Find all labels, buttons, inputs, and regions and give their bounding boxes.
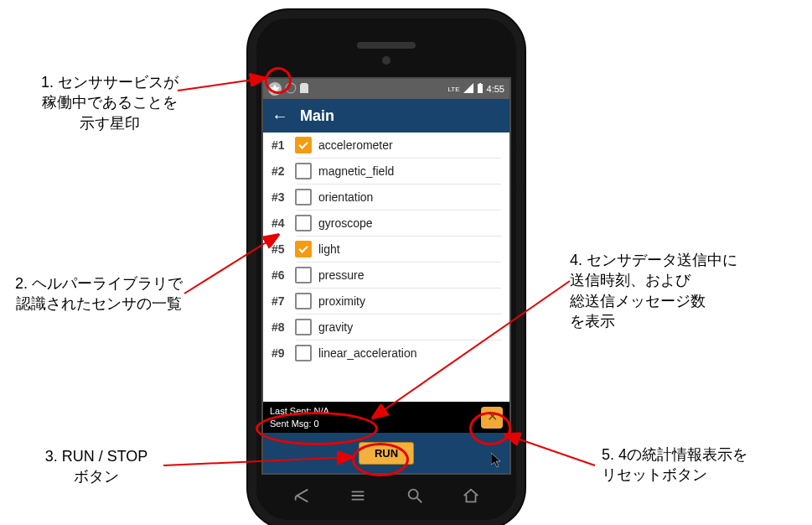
sensor-number: #4 [272,216,288,230]
sensor-label: magnetic_field [318,164,501,178]
sensor-number: #9 [272,346,288,360]
menu-hw-icon[interactable] [349,486,367,508]
sensor-row: #1accelerometer [263,133,509,158]
sensor-row: #9linear_acceleration [263,340,509,366]
sensor-row: #3orientation [263,185,509,210]
page-title: Main [300,107,334,125]
front-camera [382,56,390,65]
search-hw-icon[interactable] [406,486,424,508]
sensor-checkbox[interactable] [295,267,312,283]
svg-point-5 [408,490,417,499]
sensor-row: #5light [263,237,509,262]
sensor-label: gravity [318,320,501,334]
sensor-checkbox[interactable] [295,163,312,179]
sensor-row: #2magnetic_field [263,159,509,184]
sensor-number: #5 [272,242,288,256]
sensor-checkbox[interactable] [295,345,312,361]
sensor-checkbox[interactable] [295,137,312,153]
sensor-number: #1 [272,138,288,152]
svg-marker-2 [463,83,473,93]
sensor-number: #3 [272,190,288,204]
sensor-checkbox[interactable] [295,319,312,335]
annotation-1: 1. センササービスが 稼働中であることを 示す星印 [22,72,198,133]
sensor-label: light [318,242,501,256]
hardware-buttons [273,486,499,508]
ring-run [352,443,409,476]
annotation-3: 3. RUN / STOP ボタン [25,446,168,487]
clock-time: 4:55 [487,84,504,94]
network-label: LTE [448,86,460,93]
svg-rect-4 [479,83,481,84]
mouse-cursor-icon [491,453,503,471]
ring-reset [469,412,511,445]
back-hw-icon[interactable] [292,486,311,508]
sd-card-icon [300,83,308,95]
sensor-row: #4gyroscope [263,211,509,236]
annotation-4: 4. センサデータ送信中に 送信時刻、および 総送信メッセージ数 を表示 [570,250,737,331]
sensor-number: #7 [272,294,288,308]
sensor-label: gyroscope [318,216,501,230]
sensor-row: #8gravity [263,314,509,340]
sensor-number: #6 [272,268,288,282]
back-arrow-icon[interactable]: ← [272,107,288,126]
ring-stats [256,412,378,445]
sensor-number: #8 [272,320,288,334]
sensor-label: orientation [318,190,501,204]
sensor-label: linear_acceleration [318,346,501,360]
status-bar: LTE 4:55 [263,79,509,99]
svg-rect-3 [478,84,483,93]
sensor-row: #7proximity [263,288,509,314]
power-button [520,144,525,190]
title-bar: ← Main [263,99,509,133]
sensor-label: proximity [318,294,501,308]
sensor-checkbox[interactable] [295,189,312,205]
annotation-2: 2. ヘルパーライブラリで 認識されたセンサの一覧 [0,273,198,314]
annotation-5: 5. 4の統計情報表示を リセットボタン [602,444,747,486]
volume-button [248,186,253,221]
sensor-checkbox[interactable] [295,293,312,309]
signal-icon [463,83,473,95]
battery-icon [477,83,484,95]
sensor-label: pressure [318,268,501,282]
phone-speaker [357,42,416,49]
svg-line-6 [417,498,422,503]
home-hw-icon[interactable] [462,486,480,508]
sensor-label: accelerometer [318,138,501,152]
sensor-list: #1accelerometer#2magnetic_field#3orienta… [263,133,509,402]
sensor-number: #2 [272,164,288,178]
sensor-row: #6pressure [263,262,509,288]
sensor-checkbox[interactable] [295,215,312,231]
sensor-checkbox[interactable] [295,241,312,257]
ring-star [265,67,292,94]
